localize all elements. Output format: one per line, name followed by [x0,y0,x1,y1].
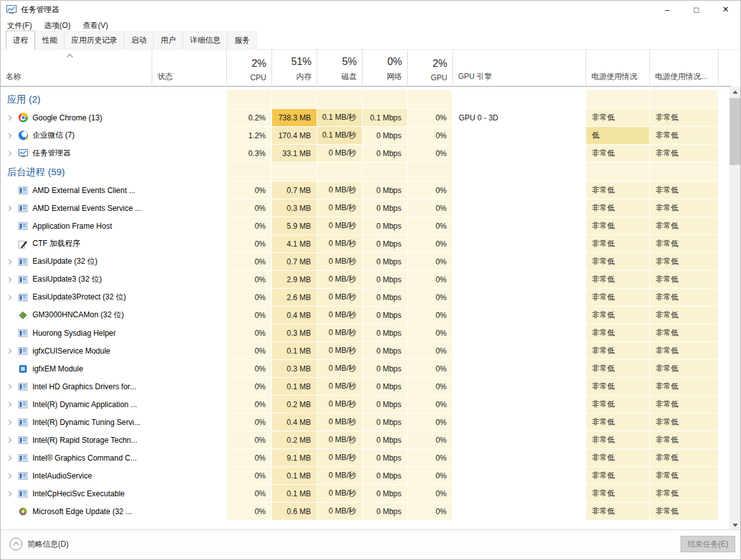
expand-chevron-icon[interactable] [1,260,17,264]
process-row[interactable]: igfxEM Module0%0.3 MB0 MB/秒0 Mbps0%非常低非常… [1,360,731,378]
process-name-cell: IntelAudioService [1,467,152,485]
expand-chevron-icon[interactable] [1,492,17,496]
tab-3[interactable]: 启动 [124,31,154,49]
process-row[interactable]: igfxCUIService Module0%0.1 MB0 MB/秒0 Mbp… [1,342,731,360]
column-header-cpu[interactable]: 2%CPU [227,50,272,87]
process-row[interactable]: GM3000HNCAMon (32 位)0%0.4 MB0 MB/秒0 Mbps… [1,306,731,324]
fewer-details-toggle[interactable]: 简略信息(D) [10,538,69,550]
heat-cell [363,162,408,182]
expand-chevron-icon[interactable] [1,420,17,424]
gpu-engine-cell [453,431,586,449]
column-header-disk[interactable]: 5%磁盘 [317,50,363,87]
process-row[interactable]: Intel® Graphics Command C...0%9.1 MB0 MB… [1,449,731,467]
column-header-status[interactable]: 状态 [152,50,227,87]
window-title: 任务管理器 [21,4,59,15]
process-row[interactable]: IntelCpHeciSvc Executable0%0.1 MB0 MB/秒0… [1,485,731,503]
generic-icon [17,222,29,230]
expand-chevron-icon[interactable] [1,438,17,442]
gpu-engine-cell [453,503,586,521]
scrollbar-thumb[interactable] [730,98,740,165]
tab-4[interactable]: 用户 [154,31,183,49]
gpu-cell: 0% [408,235,453,253]
power-trend-cell: 非常低 [650,503,719,521]
expand-chevron-icon[interactable] [1,296,17,299]
generic-icon [17,436,29,444]
pencil-icon [17,240,29,248]
minimize-button[interactable]: – [652,1,682,18]
memory-cell: 5.9 MB [272,217,317,235]
gpu-engine-cell [453,413,586,431]
process-row[interactable]: Intel(R) Rapid Storage Techn...0%0.2 MB0… [1,431,731,449]
memory-cell: 0.1 MB [272,342,317,360]
close-button[interactable]: × [711,1,740,18]
column-header-power-trend[interactable]: 电源使用情况... [650,50,719,87]
network-cell: 0 Mbps [363,127,408,145]
power-cell: 非常低 [586,396,650,413]
process-row[interactable]: EasiUpdate3Protect (32 位)0%2.6 MB0 MB/秒0… [1,289,731,306]
expand-chevron-icon[interactable] [1,403,17,406]
expand-chevron-icon[interactable] [1,206,17,210]
process-row[interactable]: Application Frame Host0%5.9 MB0 MB/秒0 Mb… [1,217,731,235]
process-name-cell: Intel(R) Rapid Storage Techn... [1,431,152,449]
process-row[interactable]: EasiUpdate (32 位)0%0.7 MB0 MB/秒0 Mbps0%非… [1,253,731,271]
group-header[interactable]: 应用 (2) [1,87,731,109]
expand-chevron-icon[interactable] [1,278,17,282]
process-row[interactable]: IntelAudioService0%0.1 MB0 MB/秒0 Mbps0%非… [1,467,731,485]
disk-cell: 0 MB/秒 [317,503,363,521]
maximize-button[interactable]: □ [682,1,711,18]
process-row[interactable]: Intel HD Graphics Drivers for...0%0.1 MB… [1,378,731,396]
tab-2[interactable]: 应用历史记录 [64,31,124,49]
process-row[interactable]: AMD External Events Service ...0%0.3 MB0… [1,199,731,217]
generic-icon [17,205,29,212]
power-cell: 非常低 [586,217,650,235]
gpu-cell: 0% [408,431,453,449]
process-row[interactable]: 企业微信 (7)1.2%170.4 MB0.1 MB/秒0 Mbps0%低非常低 [1,127,731,145]
column-header-gpu-engine[interactable]: GPU 引擎 [453,50,586,87]
process-row[interactable]: EasiUpdate3 (32 位)0%2.9 MB0 MB/秒0 Mbps0%… [1,271,731,289]
process-name-cell: Microsoft Edge Update (32 ... [1,503,152,521]
power-trend-cell: 非常低 [650,378,719,396]
expand-chevron-icon[interactable] [1,385,17,389]
tab-5[interactable]: 详细信息 [183,31,227,49]
power-trend-cell: 非常低 [650,324,719,342]
group-label: 应用 (2) [7,94,41,106]
vertical-scrollbar[interactable] [730,87,740,531]
gpu-cell: 0% [408,503,453,521]
memory-column-label: 内存 [296,71,312,82]
column-header-gpu[interactable]: 2%GPU [408,50,453,87]
column-header-network[interactable]: 0%网络 [363,50,408,87]
process-name: Intel(R) Rapid Storage Techn... [32,436,138,445]
expand-chevron-icon[interactable] [1,474,17,478]
process-row[interactable]: Google Chrome (13)0.2%738.3 MB0.1 MB/秒0.… [1,109,731,127]
memory-total-percent: 51% [291,56,312,68]
expand-chevron-icon[interactable] [1,134,17,138]
end-task-button[interactable]: 结束任务(E) [680,536,735,552]
process-name: Microsoft Edge Update (32 ... [32,507,132,516]
tab-6[interactable]: 服务 [227,31,257,49]
process-row[interactable]: AMD External Events Client ...0%0.7 MB0 … [1,182,731,199]
process-name-cell: Application Frame Host [1,217,152,235]
column-header-power[interactable]: 电源使用情况 [586,50,650,87]
process-row[interactable]: Huorong Sysdiag Helper0%0.3 MB0 MB/秒0 Mb… [1,324,731,342]
process-row[interactable]: Intel(R) Dynamic Tuning Servi...0%0.4 MB… [1,413,731,431]
process-row[interactable]: Intel(R) Dynamic Application ...0%0.2 MB… [1,396,731,413]
memory-cell: 4.1 MB [272,235,317,253]
status-cell [152,217,227,235]
power-trend-cell: 非常低 [650,235,719,253]
expand-chevron-icon[interactable] [1,116,17,120]
expand-chevron-icon[interactable] [1,456,17,460]
tab-1[interactable]: 性能 [35,31,64,49]
expand-chevron-icon[interactable] [1,349,17,353]
network-cell: 0.1 Mbps [363,109,408,127]
process-row[interactable]: Microsoft Edge Update (32 ...0%0.6 MB0 M… [1,503,731,521]
process-row[interactable]: 任务管理器0.3%33.1 MB0 MB/秒0 Mbps0%非常低非常低 [1,145,731,162]
scroll-up-icon[interactable] [730,87,740,97]
column-header-memory[interactable]: 51%内存 [272,50,317,87]
expand-chevron-icon[interactable] [1,152,17,155]
process-row[interactable]: CTF 加载程序0%4.1 MB0 MB/秒0 Mbps0%非常低非常低 [1,235,731,253]
tab-0[interactable]: 进程 [6,31,35,50]
column-header-name[interactable]: 名称 [1,50,152,87]
group-header[interactable]: 后台进程 (59) [1,162,731,182]
process-name: CTF 加载程序 [32,238,80,249]
heat-cell [227,90,272,109]
